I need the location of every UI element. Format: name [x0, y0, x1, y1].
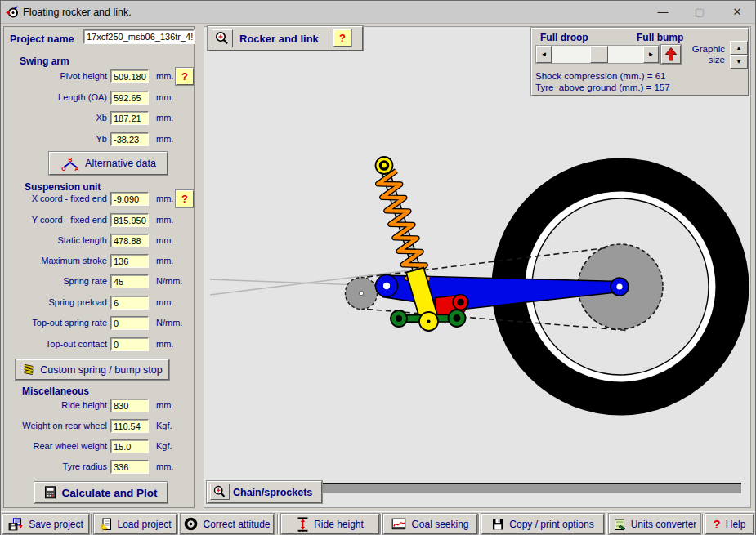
xb-input[interactable] [110, 111, 149, 125]
yb-input[interactable] [110, 132, 149, 146]
swing-arm-help-button[interactable]: ? [176, 68, 194, 85]
alternative-data-button[interactable]: B O A Alternative data [49, 152, 168, 175]
load-project-button[interactable]: Load project [94, 514, 177, 534]
field-label: Maximum stroke [6, 256, 107, 265]
field-label: Top-out contact [6, 339, 107, 349]
save-project-label: Save project [29, 519, 83, 530]
field-unit: mm. [156, 256, 173, 265]
save-icon [8, 518, 24, 531]
swingarm-pivot-point [383, 283, 390, 289]
field-label: Spring rate [6, 276, 107, 286]
spring-preload-input[interactable] [110, 296, 149, 310]
pivot-height-input[interactable] [110, 69, 149, 83]
magnifier-icon [212, 30, 232, 47]
goal-seeking-label: Goal seeking [411, 519, 468, 530]
toolbar-separator [702, 514, 704, 534]
graphic-size-spinner[interactable]: ▲ ▼ [730, 41, 748, 69]
close-button[interactable]: ✕ [723, 1, 751, 23]
minimize-button[interactable]: — [649, 1, 677, 23]
load-project-label: Load project [117, 519, 171, 530]
field-label: Weight on rear wheel [6, 421, 107, 430]
graphic-panel: Rocker and link ? Full droop Full bump ◄… [204, 26, 751, 508]
floppy-disk-icon [491, 518, 504, 531]
rear-wheel-weight-input[interactable] [110, 439, 149, 453]
scroll-right-button[interactable]: ► [643, 46, 659, 63]
field-unit: Kgf. [156, 441, 172, 451]
spring-rate-input[interactable] [110, 274, 149, 288]
help-label: Help [726, 519, 746, 530]
toolbar-separator [478, 514, 480, 534]
suspension-help-button[interactable]: ? [176, 190, 194, 207]
field-label: X coord - fixed end [6, 194, 107, 203]
ride-height-input[interactable] [110, 399, 149, 412]
calculate-plot-button[interactable]: Calculate and Plot [34, 482, 168, 503]
tyre-radius-input[interactable] [110, 460, 149, 474]
x-fixed-end-input[interactable] [110, 192, 149, 206]
field-unit: mm. [156, 297, 173, 307]
travel-scrollbar[interactable]: ◄ ► [535, 45, 660, 64]
shock-compression-readout: Shock compression (mm.) = 61 [535, 71, 665, 81]
field-unit: N/mm. [156, 318, 182, 328]
field-label: Xb [6, 113, 107, 123]
field-unit: mm. [156, 134, 173, 144]
length-oa-input[interactable] [110, 91, 149, 105]
svg-text:B: B [69, 157, 73, 163]
chain-zoom-button[interactable] [210, 484, 230, 500]
graphic-size-label: Graphic size [687, 44, 725, 65]
scrollbar-thumb[interactable] [590, 46, 608, 63]
toolbar-separator [177, 514, 179, 534]
field-unit: mm. [156, 400, 173, 410]
chart-icon [391, 518, 406, 531]
toolbar-separator [91, 514, 92, 534]
front-sprocket-center [359, 291, 363, 295]
full-droop-label: Full droop [540, 32, 588, 43]
bump-arrow-button[interactable] [661, 45, 681, 64]
field-row: Yb mm. [6, 132, 194, 147]
svg-text:A: A [75, 166, 79, 171]
help-icon: ? [714, 517, 721, 531]
units-converter-button[interactable]: Units converter [609, 514, 700, 534]
spinner-up-button[interactable]: ▲ [730, 41, 748, 55]
field-label: Ride height [6, 400, 107, 410]
weight-rear-wheel-input[interactable] [110, 419, 149, 433]
maximum-stroke-input[interactable] [110, 254, 149, 268]
field-row: Static length mm. [6, 234, 194, 248]
ground-band [322, 484, 741, 493]
static-length-input[interactable] [110, 234, 149, 247]
help-button[interactable]: ? Help [705, 514, 754, 534]
goal-seeking-button[interactable]: Goal seeking [383, 514, 477, 534]
full-bump-label: Full bump [637, 32, 683, 43]
chain-sprockets-button[interactable]: Chain/sprockets [207, 481, 322, 503]
field-unit: mm. [156, 92, 173, 102]
project-name-label: Project name [10, 33, 74, 45]
graphic-help-button[interactable]: ? [333, 29, 351, 47]
field-unit: mm. [156, 113, 173, 123]
topout-spring-rate-input[interactable] [110, 316, 149, 330]
correct-attitude-button[interactable]: Correct attitude [181, 514, 274, 534]
field-label: Tyre radius [6, 461, 107, 471]
red-up-arrow-icon [662, 46, 680, 63]
miscellaneous-title: Miscellaneous [22, 386, 89, 397]
field-unit: Kgf. [156, 421, 172, 430]
notepad-icon [613, 518, 626, 531]
chain-sprockets-label: Chain/sprockets [233, 487, 312, 498]
swingarm-diagram-icon: B O A [60, 156, 80, 171]
field-label: Top-out spring rate [6, 318, 107, 328]
field-row: Top-out spring rate N/mm. [6, 316, 194, 331]
topout-contact-input[interactable] [110, 337, 149, 351]
units-converter-label: Units converter [631, 519, 697, 530]
field-row: X coord - fixed end mm. [6, 192, 194, 207]
spinner-down-button[interactable]: ▼ [730, 55, 748, 69]
ride-height-button[interactable]: Ride height [281, 514, 379, 534]
scroll-left-button[interactable]: ◄ [536, 46, 552, 63]
app-window: Floating rocker and link. — ▢ ✕ Project … [0, 0, 756, 535]
field-unit: mm. [156, 215, 173, 225]
custom-spring-button[interactable]: Custom spring / bump stop [16, 359, 169, 380]
project-name-input[interactable] [83, 29, 195, 44]
save-project-button[interactable]: Save project [2, 514, 89, 534]
maximize-button[interactable]: ▢ [686, 1, 714, 23]
y-fixed-end-input[interactable] [110, 213, 149, 227]
copy-print-options-button[interactable]: Copy / print options [481, 514, 604, 534]
zoom-view-button[interactable] [212, 29, 233, 47]
field-row: Spring preload mm. [6, 296, 194, 310]
